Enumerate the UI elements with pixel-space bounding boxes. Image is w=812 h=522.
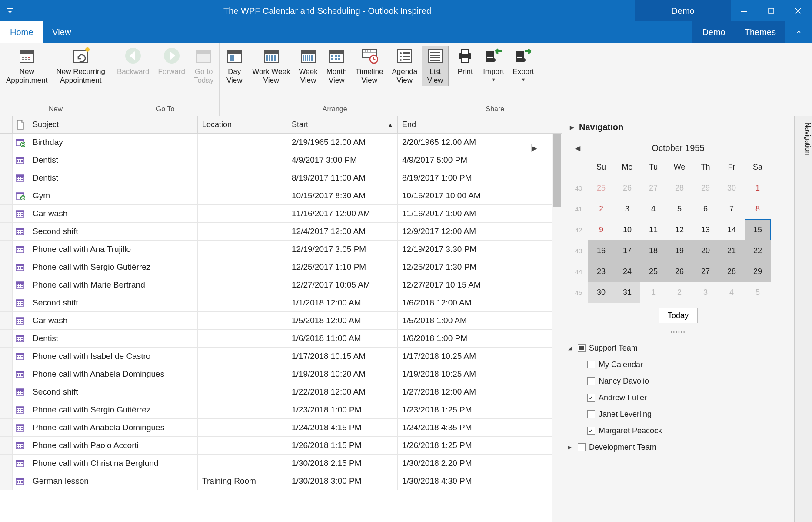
table-row[interactable]: Phone call with Sergio Gutiérrez 12/25/2… [0, 258, 552, 276]
work-week-view-button[interactable]: Work Week View [248, 46, 294, 86]
minical-day[interactable]: 19 [666, 240, 692, 261]
checkbox[interactable] [587, 410, 595, 418]
minical-day[interactable]: 14 [719, 219, 745, 240]
minical-day[interactable]: 16 [588, 240, 614, 261]
minical-day[interactable]: 10 [614, 219, 640, 240]
tree-node[interactable]: ▶Development Team [568, 439, 788, 455]
minical-day[interactable]: 5 [666, 198, 692, 219]
month-view-button[interactable]: Month View [322, 46, 351, 86]
minical-day[interactable]: 17 [614, 240, 640, 261]
minical-day[interactable]: 15 [745, 219, 771, 240]
forward-button[interactable]: Forward [154, 46, 190, 77]
new-appointment-button[interactable]: New Appointment [2, 46, 52, 86]
minical-day[interactable]: 8 [745, 198, 771, 219]
export-button[interactable]: Export▼ [508, 46, 538, 84]
close-button[interactable] [785, 0, 812, 21]
table-row[interactable]: Second shift 12/4/2017 12:00 AM 12/9/201… [0, 223, 552, 241]
checkbox[interactable] [587, 427, 595, 435]
minical-day[interactable]: 29 [692, 177, 719, 198]
table-row[interactable]: Phone call with Paolo Accorti 1/26/2018 … [0, 437, 552, 455]
week-view-button[interactable]: Week View [295, 46, 322, 86]
minical-day[interactable]: 22 [745, 240, 771, 261]
agenda-view-button[interactable]: Agenda View [388, 46, 422, 86]
minical-day[interactable]: 7 [719, 198, 745, 219]
navigation-header[interactable]: Navigation [562, 116, 794, 138]
table-row[interactable]: Phone call with Anabela Domingues 1/24/2… [0, 419, 552, 437]
minical-day[interactable]: 28 [666, 177, 692, 198]
navigation-sidebar-tab[interactable]: Navigation [794, 116, 812, 522]
table-row[interactable]: Car wash 11/16/2017 12:00 AM 11/16/2017 … [0, 205, 552, 223]
print-button[interactable]: Print [452, 46, 479, 77]
tree-node[interactable]: ◢Support Team [568, 340, 788, 356]
minical-day[interactable]: 3 [692, 282, 719, 303]
tab-demo[interactable]: Demo [692, 21, 735, 43]
tree-node[interactable]: Andrew Fuller [568, 389, 788, 406]
tree-node[interactable]: My Calendar [568, 356, 788, 373]
column-subject[interactable]: Subject [28, 116, 198, 133]
minical-day[interactable]: 31 [614, 282, 640, 303]
checkbox[interactable] [587, 394, 595, 402]
tab-view[interactable]: View [43, 21, 80, 43]
column-start[interactable]: Start▲ [287, 116, 398, 133]
column-end[interactable]: End [398, 116, 509, 133]
minical-day[interactable]: 2 [666, 282, 692, 303]
ribbon-collapse-button[interactable]: ⌃ [785, 29, 812, 43]
minical-day[interactable]: 26 [614, 177, 640, 198]
qat-dropdown[interactable] [0, 8, 20, 13]
tree-node[interactable]: Nancy Davolio [568, 373, 788, 389]
minical-day[interactable]: 9 [588, 219, 614, 240]
minical-day[interactable]: 1 [745, 177, 771, 198]
minical-day[interactable]: 18 [640, 240, 666, 261]
column-location[interactable]: Location [198, 116, 287, 133]
table-row[interactable]: Phone call with Marie Bertrand 12/27/201… [0, 276, 552, 294]
minical-day[interactable]: 30 [719, 177, 745, 198]
minical-day[interactable]: 12 [666, 219, 692, 240]
minical-day[interactable]: 26 [666, 261, 692, 282]
minical-day[interactable]: 27 [640, 177, 666, 198]
table-row[interactable]: German lesson Training Room 1/30/2018 3:… [0, 472, 552, 490]
maximize-button[interactable] [758, 0, 785, 21]
minical-day[interactable]: 30 [588, 282, 614, 303]
demo-header-tab[interactable]: Demo [635, 0, 731, 21]
checkbox[interactable] [578, 344, 586, 352]
expand-icon[interactable]: ▶ [568, 445, 574, 450]
table-row[interactable]: Phone call with Anabela Domingues 1/19/2… [0, 365, 552, 383]
table-row[interactable]: Dentist 4/9/2017 3:00 PM 4/9/2017 5:00 P… [0, 151, 552, 169]
tree-node[interactable]: Margaret Peacock [568, 422, 788, 439]
minical-day[interactable]: 27 [692, 261, 719, 282]
next-month-button[interactable]: ▶ [531, 144, 781, 152]
table-row[interactable]: Second shift 1/1/2018 12:00 AM 1/6/2018 … [0, 294, 552, 312]
new-recurring-appointment-button[interactable]: New Recurring Appointment [52, 46, 109, 86]
tab-home[interactable]: Home [0, 21, 43, 43]
minical-day[interactable]: 6 [692, 198, 719, 219]
tree-node[interactable]: Janet Leverling [568, 406, 788, 422]
table-row[interactable]: Phone call with Ana Trujillo 12/19/2017 … [0, 241, 552, 258]
table-row[interactable]: Gym 10/15/2017 8:30 AM 10/15/2017 10:00 … [0, 187, 552, 205]
checkbox[interactable] [578, 443, 586, 451]
list-view-button[interactable]: List View [422, 46, 449, 86]
minical-day[interactable]: 2 [588, 198, 614, 219]
go-to-today-button[interactable]: Go to Today [190, 46, 218, 86]
table-row[interactable]: Second shift 1/22/2018 12:00 AM 1/27/201… [0, 383, 552, 401]
backward-button[interactable]: Backward [113, 46, 154, 77]
minical-day[interactable]: 13 [692, 219, 719, 240]
minical-day[interactable]: 29 [745, 261, 771, 282]
tab-themes[interactable]: Themes [735, 21, 785, 43]
table-row[interactable]: Phone call with Sergio Gutiérrez 1/23/20… [0, 401, 552, 419]
collapse-icon[interactable]: ◢ [568, 345, 574, 351]
minical-day[interactable]: 1 [640, 282, 666, 303]
day-view-button[interactable]: Day View [221, 46, 248, 86]
minical-day[interactable]: 4 [640, 198, 666, 219]
checkbox[interactable] [587, 361, 595, 368]
table-row[interactable]: Birthday 2/19/1965 12:00 AM 2/20/1965 12… [0, 134, 552, 151]
minical-day[interactable]: 24 [614, 261, 640, 282]
table-row[interactable]: Car wash 1/5/2018 12:00 AM 1/5/2018 1:00… [0, 312, 552, 330]
table-row[interactable]: Dentist 1/6/2018 11:00 AM 1/6/2018 1:00 … [0, 330, 552, 348]
timeline-view-button[interactable]: Timeline View [351, 46, 388, 86]
table-row[interactable]: Dentist 8/19/2017 11:00 AM 8/19/2017 1:0… [0, 169, 552, 187]
minical-day[interactable]: 3 [614, 198, 640, 219]
vertical-scrollbar[interactable] [552, 134, 562, 522]
column-indicator[interactable] [0, 116, 13, 133]
minical-day[interactable]: 21 [719, 240, 745, 261]
minical-day[interactable]: 5 [745, 282, 771, 303]
